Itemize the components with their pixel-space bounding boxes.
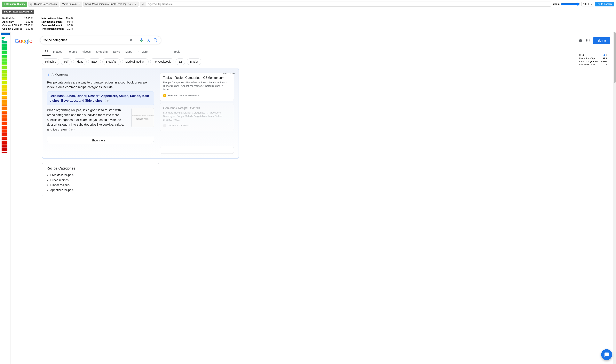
organic-result: Recipe Categories Breakfast recipes.Lunc… [42,163,159,196]
heatmap-bar [1,52,7,53]
zoom-slider[interactable] [561,2,580,6]
heatmap-bar [1,75,7,76]
heatmap-bar [1,72,7,74]
heatmap-bar [1,80,7,82]
chip-ideas[interactable]: Ideas [73,58,86,65]
tab-shopping[interactable]: Shopping [93,48,110,56]
chip-printable[interactable]: Printable [42,58,59,65]
chip-medical-medium[interactable]: Medical Medium [122,58,149,65]
date-chip[interactable]: Sep 14, 2024 12:00 AM [2,10,34,14]
svg-point-3 [154,39,156,41]
clear-icon[interactable]: ✕ [129,38,133,42]
tab-more[interactable]: More [135,48,150,56]
apps-icon[interactable] [586,39,590,43]
tab-maps[interactable]: Maps [123,48,135,56]
intent-stats-table: Informational Intent79.4 %Navigational I… [41,16,76,31]
google-logo[interactable]: Google [15,36,32,44]
heatmap-bar [1,48,7,49]
rank-label: Rank, Measurements › Pixels From Top, No… [85,3,133,5]
stat-row: Navigational Intent9.9 % [41,20,75,23]
heatmap-bar [1,101,7,102]
mic-icon[interactable] [139,38,144,42]
fit-to-screen-button[interactable]: Fit to Screen [595,2,614,6]
content-area: Google ✕ [0,32,616,364]
lens-icon[interactable] [146,38,151,42]
chip-binder[interactable]: Binder [187,58,201,65]
link-chip-icon[interactable] [105,99,110,102]
heatmap-bar [1,143,7,144]
stat-row: Column 2 Click %0.00 % [2,27,35,30]
heatmap-bar [1,39,3,41]
heatmap-bar [1,128,7,130]
search-icon[interactable] [140,2,146,6]
heatmap-bar [1,83,7,84]
heatmap-bar [1,57,7,59]
compare-history-button[interactable]: + Compare History [2,1,27,7]
link-chip-icon[interactable] [69,128,75,131]
more-icon[interactable]: ⋮ [227,93,231,98]
result-item: Lunch recipes. [50,178,154,182]
tab-news[interactable]: News [110,48,123,56]
heatmap-bar [1,86,7,87]
heatmap-bar [1,117,7,119]
stat-value: 9.7 % [66,24,75,27]
rank-val: 197.0 [599,57,608,60]
more-icon[interactable]: ⋮ [227,123,231,128]
stat-value: 1.1 % [66,27,75,30]
stats-row: No Click %25.00 %Ad Click %0.00 %Column … [0,15,616,32]
chip-easy[interactable]: Easy [88,58,101,65]
toolbar-search [140,1,551,7]
disable-nozzle-label: Disable Nozzle Vision [34,3,57,5]
ai-thumbnail[interactable]: DESSERTSSOUPSSALADSVEGETABLES RECIPES [131,108,154,127]
heatmap-bar [1,112,7,113]
heatmap-bar [1,85,7,86]
disable-nozzle-button[interactable]: ✕ Disable Nozzle Vision [28,1,59,7]
show-more-button[interactable]: Show more ⌄ [47,137,154,144]
serp-preview: Google ✕ [11,32,616,364]
heatmap-bar [1,91,7,93]
chevron-down-icon: ⌄ [107,139,109,142]
svg-point-5 [586,39,587,40]
heatmap-bar [1,134,7,135]
result-title[interactable]: Recipe Categories [46,166,154,170]
learn-more-link[interactable]: Learn more [222,72,235,75]
viewport-indicator[interactable] [1,33,10,35]
reference-card[interactable]: Cookbook Recipe Dividers Standard Recipe… [160,103,234,131]
view-dropdown[interactable]: View: Custom [60,1,82,7]
tab-videos[interactable]: Videos [80,48,93,56]
chip-breakfast[interactable]: Breakfast [103,58,121,65]
reference-card[interactable]: Topics - Recipe Categories - CSMonitor.c… [160,73,234,101]
chip-pdf[interactable]: Pdf [61,58,72,65]
rank-key: Estimated Traffic [578,63,598,66]
chat-bubble-button[interactable] [601,349,612,360]
heatmap-bar [1,119,7,120]
google-search-input[interactable] [43,39,126,42]
zoom-value-dropdown[interactable]: 100% [581,2,594,6]
caret-down-icon [135,4,136,5]
google-search-bar: ✕ [40,36,161,44]
heatmap-bar [1,82,7,83]
stat-label: Transactional Intent [41,27,65,30]
ai-body-text: When organizing recipes, it's a good ide… [47,108,128,132]
more-label: More [141,50,148,53]
rank-key: Rank [578,54,598,57]
tab-images[interactable]: Images [51,48,65,56]
tab-all[interactable]: All [42,47,51,56]
tab-forums[interactable]: Forums [65,48,79,56]
heatmap-bar [1,139,7,141]
rank-dropdown[interactable]: Rank, Measurements › Pixels From Top, No… [83,1,139,7]
heatmap-bar [1,78,7,79]
heatmap-bar [1,120,7,121]
rank-key: Pixels From Top [578,57,598,60]
heatmap-bar [1,106,7,108]
settings-icon[interactable] [578,38,583,43]
scrollbar-thumb[interactable] [614,32,616,83]
sign-in-button[interactable]: Sign in [593,37,610,44]
scrollbar-track[interactable] [613,32,616,364]
search-submit-icon[interactable] [153,38,158,42]
chip-for-cookbook[interactable]: For Cookbook [150,58,174,65]
heatmap-bar [1,149,7,150]
toolbar-search-input[interactable] [146,2,551,6]
chip-12[interactable]: 12 [176,58,185,65]
tools-link[interactable]: Tools [174,48,180,56]
